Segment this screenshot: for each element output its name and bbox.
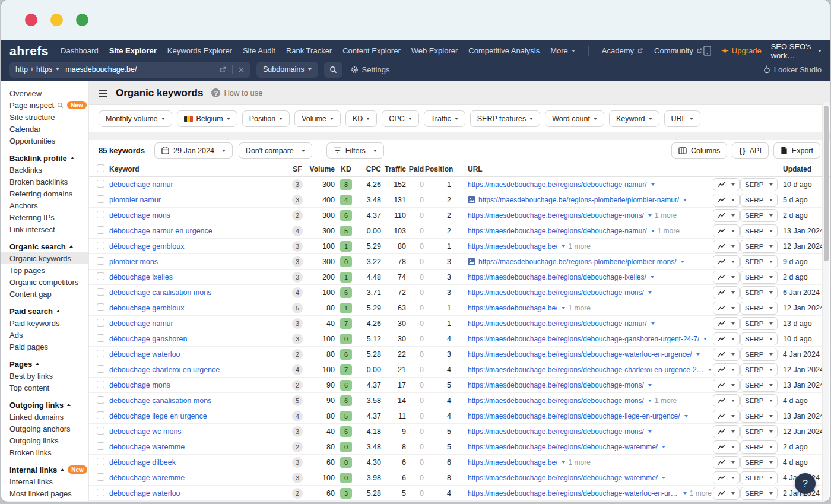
device-icon[interactable] — [703, 46, 712, 56]
sidebar-section-pages[interactable]: Pages — [1, 358, 88, 370]
sidebar-item-site-structure[interactable]: Site structure — [1, 111, 88, 123]
more-urls-link[interactable]: 1 more — [690, 489, 712, 497]
row-checkbox[interactable] — [97, 257, 104, 265]
filter-pill-cpc[interactable]: CPC — [382, 110, 418, 127]
row-checkbox[interactable] — [97, 195, 104, 203]
ahrefs-logo[interactable]: ahrefs — [9, 44, 49, 58]
clear-input-icon[interactable] — [238, 66, 245, 73]
url-link[interactable]: https://maesdebouchage.be/regions/debouc… — [468, 273, 646, 281]
nav-item-keywords-explorer[interactable]: Keywords Explorer — [167, 46, 232, 55]
url-link[interactable]: https://maesdebouchage.be/regions/debouc… — [468, 489, 679, 497]
row-checkbox[interactable] — [97, 180, 104, 188]
scrollbar-thumb[interactable] — [824, 106, 829, 261]
chevron-down-icon[interactable] — [684, 415, 688, 417]
filter-pill-kd[interactable]: KD — [345, 110, 377, 127]
chevron-down-icon[interactable] — [562, 245, 565, 248]
keyword-link[interactable]: débouchage canalisation mons — [109, 289, 283, 297]
url-link[interactable]: https://maesdebouchage.be/regions/debouc… — [468, 381, 644, 389]
url-link[interactable]: https://maesdebouchage.be/ — [468, 458, 557, 467]
filters-button[interactable]: Filters — [326, 142, 384, 159]
keyword-link[interactable]: débouchage waremme — [109, 474, 283, 482]
row-checkbox[interactable] — [97, 350, 104, 357]
keyword-link[interactable]: débouchage namur en urgence — [109, 227, 283, 235]
sidebar-item-best-by-links[interactable]: Best by links — [1, 370, 88, 382]
chevron-down-icon[interactable] — [651, 322, 655, 325]
chevron-down-icon[interactable] — [562, 307, 565, 309]
how-to-use-link[interactable]: ? How to use — [211, 88, 262, 97]
sidebar-item-paid-pages[interactable]: Paid pages — [1, 341, 88, 353]
chevron-down-icon[interactable] — [648, 384, 652, 386]
col-header-paid[interactable]: Paid — [407, 165, 425, 173]
url-link[interactable]: https://maesdebouchage.be/regions/debouc… — [468, 180, 647, 189]
row-checkbox[interactable] — [97, 211, 104, 218]
keyword-link[interactable]: débouchage liege en urgence — [109, 412, 283, 420]
chart-button[interactable] — [713, 471, 740, 484]
scope-select[interactable]: Subdomains — [256, 62, 318, 78]
sidebar-item-broken-links[interactable]: Broken links — [1, 446, 88, 458]
chart-button[interactable] — [713, 271, 740, 284]
menu-icon[interactable] — [99, 90, 107, 97]
keyword-link[interactable]: debouchage mons — [109, 381, 283, 389]
col-header-cpc[interactable]: CPC — [356, 165, 382, 173]
nav-item-community[interactable]: Community — [654, 46, 703, 55]
url-link[interactable]: https://maesdebouchage.be/regions/debouc… — [468, 350, 692, 359]
nav-item-web-explorer[interactable]: Web Explorer — [411, 46, 458, 55]
sidebar-item-internal-links[interactable]: Internal links — [1, 476, 88, 487]
chevron-down-icon[interactable] — [651, 276, 654, 278]
sidebar-item-referring-domains[interactable]: Referring domains — [1, 188, 88, 199]
more-urls-link[interactable]: 1 more — [568, 458, 590, 467]
protocol-select[interactable]: http + https — [15, 65, 59, 74]
row-checkbox[interactable] — [97, 381, 104, 388]
nav-item-content-explorer[interactable]: Content Explorer — [342, 46, 401, 55]
url-link[interactable]: https://maesdebouchage.be/regions/debouc… — [468, 366, 704, 374]
filter-pill-serp-features[interactable]: SERP features — [470, 110, 540, 127]
chevron-down-icon[interactable] — [651, 183, 655, 186]
row-checkbox[interactable] — [97, 489, 104, 496]
row-checkbox[interactable] — [97, 473, 104, 481]
col-header-sf[interactable]: SF — [287, 165, 307, 173]
sidebar-item-organic-keywords[interactable]: Organic keywords — [1, 252, 88, 264]
chevron-down-icon[interactable] — [662, 446, 665, 448]
more-urls-link[interactable]: 1 more — [568, 242, 590, 251]
sidebar-item-calendar[interactable]: Calendar — [1, 123, 88, 135]
chevron-down-icon[interactable] — [648, 430, 652, 433]
serp-button[interactable]: SERP — [740, 271, 778, 284]
sidebar-item-outgoing-anchors[interactable]: Outgoing anchors — [1, 423, 88, 435]
sidebar-item-most-linked-pages[interactable]: Most linked pages — [1, 487, 88, 499]
settings-button[interactable]: Settings — [351, 65, 390, 74]
serp-button[interactable]: SERP — [740, 487, 778, 500]
row-checkbox[interactable] — [97, 442, 104, 450]
chevron-down-icon[interactable] — [648, 214, 652, 217]
keyword-link[interactable]: débouchage dilbeek — [109, 458, 283, 467]
chart-button[interactable] — [713, 317, 740, 330]
row-checkbox[interactable] — [97, 226, 104, 234]
vertical-scrollbar[interactable] — [822, 102, 829, 500]
url-link[interactable]: https://maesdebouchage.be/regions/debouc… — [468, 227, 647, 235]
open-url-icon[interactable] — [219, 66, 227, 74]
row-checkbox[interactable] — [97, 411, 104, 419]
url-link[interactable]: https://maesdebouchage.be/regions/debouc… — [468, 412, 680, 420]
sidebar-item-link-intersect[interactable]: Link intersect — [1, 223, 88, 235]
select-all-checkbox[interactable] — [97, 164, 104, 172]
serp-button[interactable]: SERP — [740, 302, 778, 315]
sidebar-item-internal-anchors[interactable]: Internal anchors — [1, 499, 88, 501]
chart-button[interactable] — [713, 348, 740, 361]
serp-button[interactable]: SERP — [740, 255, 778, 268]
sidebar-item-ads[interactable]: Ads — [1, 329, 88, 341]
keyword-link[interactable]: debouchage canalisation mons — [109, 397, 283, 405]
more-urls-link[interactable]: 1 more — [568, 304, 590, 312]
col-header-kd[interactable]: KD — [336, 165, 356, 173]
url-link[interactable]: https://maesdebouchage.be/regions-plombe… — [478, 196, 679, 204]
serp-button[interactable]: SERP — [740, 471, 778, 484]
url-link[interactable]: https://maesdebouchage.be/ — [468, 242, 557, 251]
col-header-traffic[interactable]: Traffic — [382, 165, 407, 173]
nav-item-site-audit[interactable]: Site Audit — [243, 46, 275, 55]
url-link[interactable]: https://maesdebouchage.be/regions/debouc… — [468, 427, 644, 436]
chevron-down-icon[interactable] — [683, 492, 687, 495]
serp-button[interactable]: SERP — [740, 363, 778, 376]
keyword-link[interactable]: plombier mons — [109, 258, 283, 266]
url-link[interactable]: https://maesdebouchage.be/regions/debouc… — [468, 289, 644, 297]
url-link[interactable]: https://maesdebouchage.be/regions/debouc… — [468, 397, 644, 405]
chart-button[interactable] — [713, 224, 740, 237]
search-button[interactable] — [324, 62, 342, 78]
